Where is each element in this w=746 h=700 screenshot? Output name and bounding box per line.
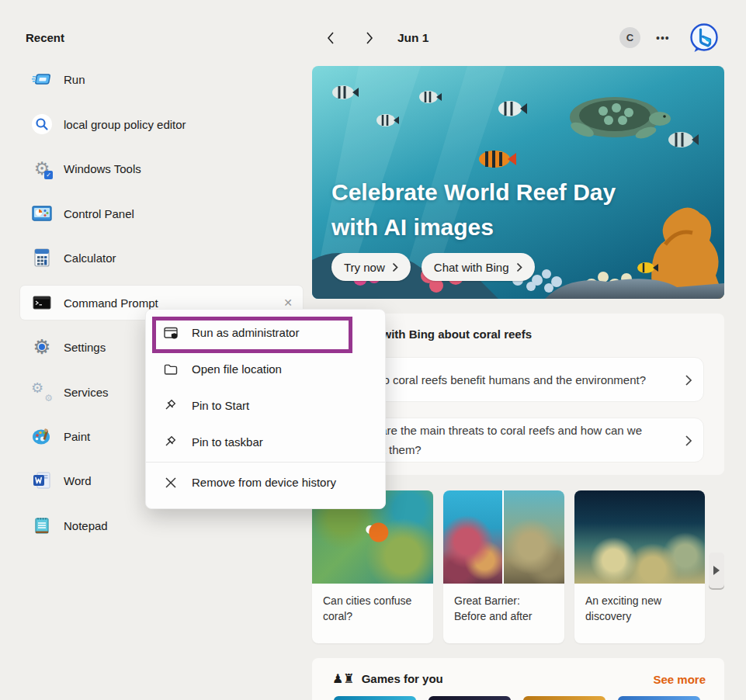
game-thumbnail[interactable] <box>429 696 511 700</box>
games-section-card: ♟♜ Games for you See more <box>312 658 724 700</box>
remove-icon <box>163 475 179 490</box>
menu-item-label: Pin to Start <box>192 399 249 412</box>
menu-item-pin-to-start[interactable]: Pin to Start <box>146 387 385 424</box>
windows-tools-icon: ⚙ ✓ <box>31 158 53 179</box>
back-button[interactable] <box>321 28 341 48</box>
menu-item-label: Remove from device history <box>192 476 336 489</box>
command-prompt-icon <box>31 292 53 314</box>
game-thumbnail[interactable] <box>334 696 416 700</box>
hero-banner[interactable]: Celebrate World Reef Day with AI images … <box>312 66 724 299</box>
recent-item-windows-tools[interactable]: ⚙ ✓ Windows Tools <box>20 151 303 185</box>
recent-item-run[interactable]: Run <box>20 62 303 96</box>
news-card[interactable]: An exciting new discovery <box>574 490 705 643</box>
menu-item-label: Pin to taskbar <box>192 435 263 449</box>
recent-item-control-panel[interactable]: Control Panel <box>20 196 303 230</box>
suggested-question[interactable]: What are the main threats to coral reefs… <box>334 418 704 463</box>
recent-item-label: Windows Tools <box>64 162 141 175</box>
chevron-right-icon <box>685 374 692 390</box>
settings-icon: ⚙ <box>31 336 53 358</box>
recent-section-header: Recent <box>26 31 64 44</box>
game-thumbnail[interactable] <box>618 696 700 700</box>
context-menu: Run as administrator Open file location … <box>145 309 386 509</box>
recent-item-label: Paint <box>64 430 90 443</box>
chevron-right-icon <box>685 435 692 450</box>
forward-button[interactable] <box>359 28 380 48</box>
paint-icon <box>31 425 53 447</box>
chat-with-bing-button[interactable]: Chat with Bing <box>422 253 535 281</box>
card-image-discovery <box>574 490 705 584</box>
recent-item-label: local group policy editor <box>64 118 186 131</box>
menu-separator <box>146 462 385 463</box>
recent-item-label: Word <box>64 474 92 487</box>
carousel-next-button[interactable] <box>709 553 724 588</box>
recent-item-label: Settings <box>64 341 106 354</box>
folder-icon <box>163 362 179 377</box>
try-now-button[interactable]: Try now <box>331 253 411 281</box>
recent-item-local-group-policy-editor[interactable]: local group policy editor <box>20 107 303 141</box>
recent-item-calculator[interactable]: Calculator <box>20 241 303 275</box>
menu-item-remove-from-device-history[interactable]: Remove from device history <box>146 464 385 501</box>
recent-item-notepad[interactable]: Notepad <box>20 508 303 542</box>
calculator-icon <box>31 247 53 269</box>
notepad-icon <box>31 515 53 536</box>
hero-title: Celebrate World Reef Day with AI images <box>331 175 616 244</box>
games-title: Games for you <box>362 672 443 685</box>
menu-item-open-file-location[interactable]: Open file location <box>146 351 385 387</box>
menu-item-label: Run as administrator <box>192 326 299 339</box>
see-more-link[interactable]: See more <box>653 673 706 686</box>
date-label: Jun 1 <box>397 31 429 45</box>
news-card[interactable]: Can cities confuse coral? <box>312 490 433 643</box>
card-image-before-after <box>443 490 564 584</box>
pin-icon <box>163 435 179 450</box>
pin-icon <box>163 398 179 414</box>
chevron-right-icon <box>516 262 522 272</box>
play-triangle-icon <box>713 566 720 575</box>
chess-pieces-icon: ♟♜ <box>332 673 355 685</box>
news-card[interactable]: Great Barrier: Before and after <box>443 490 564 643</box>
run-icon <box>31 68 53 90</box>
admin-shield-icon <box>163 325 179 341</box>
check-badge: ✓ <box>44 171 53 179</box>
word-icon <box>31 470 53 491</box>
avatar[interactable]: C <box>619 27 640 48</box>
game-thumbnail[interactable] <box>523 696 605 700</box>
services-icon: ⚙ ⚙ <box>31 381 53 403</box>
control-panel-icon <box>31 203 53 224</box>
suggested-question[interactable]: How do coral reefs benefit humans and th… <box>334 357 704 402</box>
menu-item-run-as-administrator[interactable]: Run as administrator <box>146 314 385 351</box>
recent-item-label: Calculator <box>64 251 116 265</box>
windows-search-flyout: Recent Run local group policy editor ⚙ ✓… <box>0 0 746 700</box>
recent-item-label: Run <box>64 73 85 86</box>
recent-item-label: Command Prompt <box>64 296 158 310</box>
recent-item-label: Services <box>64 386 109 399</box>
menu-item-label: Open file location <box>192 362 282 376</box>
more-options-icon[interactable]: ••• <box>656 32 670 44</box>
bing-logo-icon[interactable] <box>688 22 720 54</box>
recent-item-label: Control Panel <box>64 207 134 220</box>
chevron-right-icon <box>392 262 398 272</box>
recent-item-label: Notepad <box>64 519 108 532</box>
menu-item-pin-to-taskbar[interactable]: Pin to taskbar <box>146 424 385 460</box>
search-icon <box>31 113 53 135</box>
